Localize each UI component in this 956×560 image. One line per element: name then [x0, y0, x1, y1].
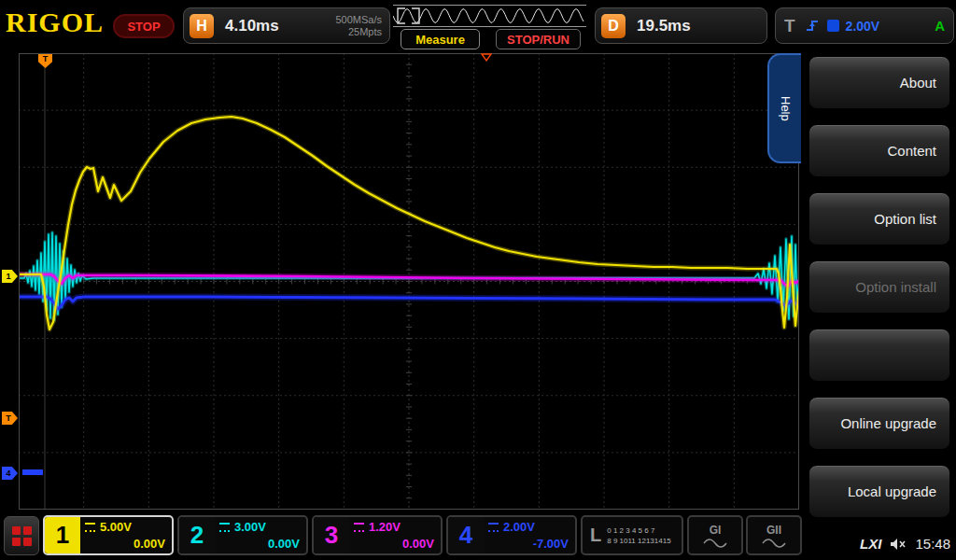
sine-wave-icon [703, 539, 727, 548]
generator-1-box[interactable]: GI [687, 515, 743, 555]
waveform-overview-strip[interactable] [393, 5, 586, 27]
dc-coupling-icon [219, 523, 230, 532]
digital-row-1: 0 1 2 3 4 5 6 7 [607, 525, 670, 536]
edge-trigger-icon [805, 19, 820, 34]
trigger-level-marker[interactable]: T [2, 412, 18, 425]
clock: 15:48 [915, 536, 950, 552]
digital-label: L [583, 525, 607, 546]
horizontal-badge: H [190, 14, 214, 38]
menu-item-local-upgrade[interactable]: Local upgrade [808, 465, 950, 518]
menu-item-option-install[interactable]: Option install [808, 260, 950, 314]
generator-1-label: GI [710, 524, 722, 537]
channel-1-number: 1 [45, 517, 80, 553]
horizontal-scale-value: 4.10ms [225, 17, 279, 35]
overview-waveform-icon [393, 6, 584, 26]
delay-settings[interactable]: D 19.5ms [595, 7, 767, 44]
run-state-indicator: STOP [113, 14, 175, 38]
channel-2-offset: 0.00V [219, 537, 300, 551]
speaker-muted-icon [890, 538, 907, 551]
channel-3-number: 3 [314, 517, 349, 553]
channel-2-number: 2 [179, 517, 215, 553]
trigger-mode: A [935, 18, 945, 34]
sample-rate: 500MSa/s [335, 14, 382, 26]
channel-1-offset: 0.00V [85, 537, 165, 551]
channel-2-scale: 3.00V [234, 520, 266, 534]
digital-channels-box[interactable]: L 0 1 2 3 4 5 6 7 8 9 1011 12131415 [581, 515, 683, 555]
trigger-source-icon [827, 20, 839, 32]
menu-item-empty [808, 329, 950, 382]
lxi-indicator: LXI [860, 536, 881, 552]
channel-3-scale: 1.20V [369, 520, 401, 534]
digital-row-2: 8 9 1011 12131415 [607, 536, 670, 546]
channel-1-box[interactable]: 1 5.00V 0.00V [43, 515, 174, 555]
delay-badge: D [601, 14, 626, 38]
channel-status-button[interactable] [4, 516, 39, 555]
generator-2-box[interactable]: GII [746, 515, 802, 555]
channel-2-box[interactable]: 2 3.00V 0.00V [177, 515, 308, 555]
channel-1-scale: 5.00V [100, 520, 132, 534]
stop-run-button[interactable]: STOP/RUN [496, 29, 581, 49]
menu-item-content[interactable]: Content [808, 124, 950, 177]
ch4-ground-indicator [22, 469, 43, 475]
channel-4-offset: -7.00V [488, 537, 569, 551]
channel-status-grid-icon [12, 526, 32, 546]
ch1-level-marker[interactable]: 1 [2, 270, 18, 283]
channel-3-box[interactable]: 3 1.20V 0.00V [312, 515, 443, 555]
channel-4-box[interactable]: 4 2.00V -7.00V [446, 515, 577, 555]
rigol-logo: RIGOL [6, 7, 104, 38]
scope-grid [19, 53, 799, 510]
trigger-badge: T [784, 16, 795, 36]
dc-coupling-icon [354, 523, 364, 532]
sine-wave-icon [762, 539, 786, 548]
channel-3-offset: 0.00V [354, 537, 434, 551]
memory-depth: 25Mpts [335, 26, 382, 38]
measure-button[interactable]: Measure [401, 29, 480, 49]
delay-value: 19.5ms [637, 17, 691, 35]
trigger-delay-triangle-icon [481, 53, 492, 62]
ch4-level-marker[interactable]: 4 [2, 467, 18, 480]
dc-coupling-icon [85, 523, 95, 532]
help-menu-tab[interactable]: Help [767, 53, 801, 163]
menu-item-online-upgrade[interactable]: Online upgrade [808, 397, 950, 450]
trigger-settings[interactable]: T 2.00V A [775, 7, 954, 44]
channel-4-number: 4 [448, 517, 484, 553]
dc-coupling-icon [488, 523, 499, 532]
trigger-level-value: 2.00V [846, 19, 880, 34]
menu-item-about[interactable]: About [808, 56, 950, 109]
channel-4-scale: 2.00V [503, 520, 535, 534]
menu-item-option-list[interactable]: Option list [808, 192, 950, 245]
generator-2-label: GII [766, 524, 781, 537]
horizontal-settings[interactable]: H 4.10ms 500MSa/s 25Mpts [183, 7, 390, 44]
